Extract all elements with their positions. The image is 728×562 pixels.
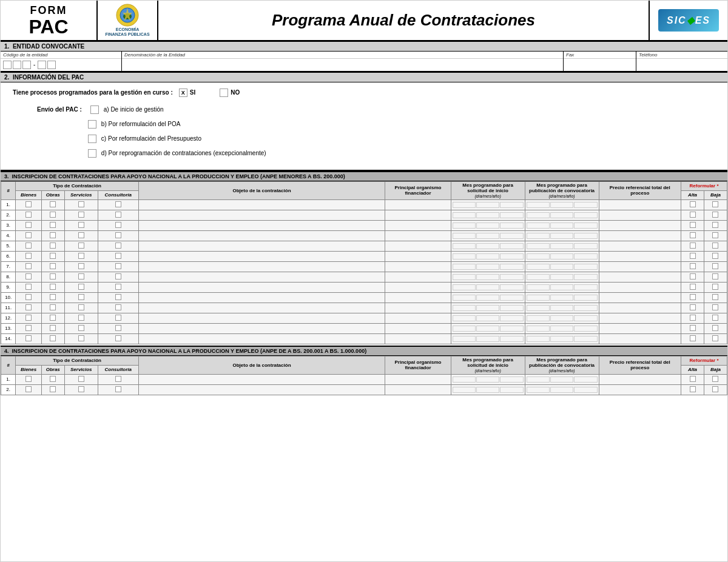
- baja-checkbox[interactable]: [712, 212, 718, 218]
- alta-checkbox[interactable]: [690, 201, 696, 207]
- objeto-input[interactable]: [141, 295, 383, 300]
- organismo-cell[interactable]: [385, 220, 451, 230]
- precio-cell[interactable]: [599, 323, 681, 333]
- obras-cell[interactable]: [41, 241, 64, 251]
- obras-cell[interactable]: [41, 220, 64, 230]
- baja-checkbox[interactable]: [712, 386, 718, 392]
- servicios-cell[interactable]: [64, 272, 98, 282]
- option-b-checkbox[interactable]: [88, 120, 96, 129]
- solicitud-cell[interactable]: [451, 220, 525, 230]
- precio-cell[interactable]: [599, 272, 681, 282]
- organismo-cell[interactable]: [385, 210, 451, 220]
- servicios-checkbox[interactable]: [78, 253, 84, 259]
- organismo-cell[interactable]: [385, 241, 451, 251]
- obras-cell[interactable]: [41, 333, 64, 344]
- bienes-cell[interactable]: [16, 199, 41, 210]
- servicios-cell[interactable]: [64, 230, 98, 241]
- bienes-cell[interactable]: [16, 323, 41, 333]
- alta-cell[interactable]: [681, 230, 704, 241]
- objeto-cell[interactable]: [138, 230, 385, 241]
- objeto-cell[interactable]: [138, 384, 385, 395]
- baja-cell[interactable]: [704, 374, 727, 384]
- consultoria-checkbox[interactable]: [115, 253, 121, 259]
- servicios-cell[interactable]: [64, 292, 98, 303]
- baja-checkbox[interactable]: [712, 232, 718, 238]
- obras-cell[interactable]: [41, 384, 64, 395]
- consultoria-cell[interactable]: [98, 241, 138, 251]
- objeto-cell[interactable]: [138, 272, 385, 282]
- obras-checkbox[interactable]: [50, 222, 56, 228]
- baja-checkbox[interactable]: [712, 263, 718, 269]
- obras-checkbox[interactable]: [50, 325, 56, 331]
- alta-checkbox[interactable]: [690, 376, 696, 382]
- obras-checkbox[interactable]: [50, 294, 56, 300]
- objeto-input[interactable]: [141, 284, 383, 290]
- precio-cell[interactable]: [599, 210, 681, 220]
- consultoria-checkbox[interactable]: [115, 304, 121, 310]
- bienes-cell[interactable]: [16, 220, 41, 230]
- precio-cell[interactable]: [599, 292, 681, 303]
- servicios-cell[interactable]: [64, 384, 98, 395]
- alta-cell[interactable]: [681, 374, 704, 384]
- publicacion-cell[interactable]: [525, 199, 599, 210]
- solicitud-cell[interactable]: [451, 282, 525, 292]
- consultoria-checkbox[interactable]: [115, 201, 121, 207]
- consultoria-checkbox[interactable]: [115, 222, 121, 228]
- bienes-checkbox[interactable]: [25, 294, 32, 300]
- alta-checkbox[interactable]: [690, 253, 696, 259]
- publicacion-cell[interactable]: [525, 384, 599, 395]
- organismo-cell[interactable]: [385, 323, 451, 333]
- obras-cell[interactable]: [41, 313, 64, 323]
- alta-checkbox[interactable]: [690, 243, 696, 249]
- organismo-cell[interactable]: [385, 303, 451, 313]
- servicios-checkbox[interactable]: [78, 201, 84, 207]
- consultoria-cell[interactable]: [98, 220, 138, 230]
- servicios-checkbox[interactable]: [78, 284, 84, 290]
- objeto-input[interactable]: [141, 387, 383, 392]
- consultoria-checkbox[interactable]: [115, 335, 121, 341]
- publicacion-cell[interactable]: [525, 313, 599, 323]
- obras-cell[interactable]: [41, 199, 64, 210]
- obras-cell[interactable]: [41, 303, 64, 313]
- publicacion-cell[interactable]: [525, 210, 599, 220]
- publicacion-cell[interactable]: [525, 220, 599, 230]
- consultoria-checkbox[interactable]: [115, 232, 121, 238]
- bienes-cell[interactable]: [16, 313, 41, 323]
- obras-cell[interactable]: [41, 210, 64, 220]
- obras-cell[interactable]: [41, 261, 64, 272]
- denominacion-input[interactable]: [124, 61, 561, 68]
- alta-cell[interactable]: [681, 199, 704, 210]
- obras-checkbox[interactable]: [50, 253, 56, 259]
- publicacion-cell[interactable]: [525, 323, 599, 333]
- solicitud-cell[interactable]: [451, 272, 525, 282]
- baja-checkbox[interactable]: [712, 243, 718, 249]
- baja-checkbox[interactable]: [712, 273, 718, 279]
- organismo-cell[interactable]: [385, 374, 451, 384]
- consultoria-cell[interactable]: [98, 313, 138, 323]
- obras-cell[interactable]: [41, 272, 64, 282]
- publicacion-cell[interactable]: [525, 251, 599, 261]
- obras-checkbox[interactable]: [50, 273, 56, 279]
- obras-checkbox[interactable]: [50, 315, 56, 321]
- publicacion-cell[interactable]: [525, 303, 599, 313]
- objeto-cell[interactable]: [138, 199, 385, 210]
- servicios-checkbox[interactable]: [78, 222, 84, 228]
- baja-checkbox[interactable]: [712, 304, 718, 310]
- servicios-cell[interactable]: [64, 374, 98, 384]
- consultoria-checkbox[interactable]: [115, 294, 121, 300]
- alta-cell[interactable]: [681, 261, 704, 272]
- alta-cell[interactable]: [681, 220, 704, 230]
- objeto-cell[interactable]: [138, 303, 385, 313]
- bienes-cell[interactable]: [16, 333, 41, 344]
- alta-cell[interactable]: [681, 384, 704, 395]
- bienes-checkbox[interactable]: [25, 201, 32, 207]
- obras-checkbox[interactable]: [50, 284, 56, 290]
- consultoria-cell[interactable]: [98, 292, 138, 303]
- alta-cell[interactable]: [681, 251, 704, 261]
- consultoria-cell[interactable]: [98, 374, 138, 384]
- objeto-cell[interactable]: [138, 374, 385, 384]
- bienes-cell[interactable]: [16, 241, 41, 251]
- bienes-checkbox[interactable]: [25, 386, 32, 392]
- option-a-checkbox[interactable]: [90, 105, 99, 114]
- organismo-cell[interactable]: [385, 230, 451, 241]
